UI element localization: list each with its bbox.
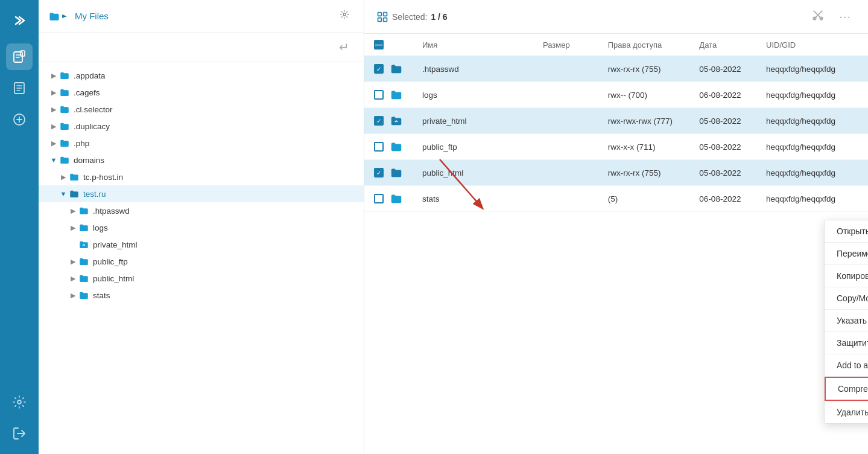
logo-icon[interactable] (6, 7, 33, 34)
tree-item-domains[interactable]: ▼ domains (39, 152, 364, 168)
row-checkbox[interactable] (374, 194, 384, 203)
tree-item-publichtml[interactable]: ▶ public_html (39, 270, 364, 287)
folder-domains-icon (59, 155, 70, 165)
cell-uid: heqqxfdg/heqqxfdg (756, 82, 868, 108)
folder-testru-icon (69, 188, 80, 199)
folder-stats-icon (78, 290, 89, 301)
context-menu-item-delete[interactable]: Удалить (825, 401, 868, 423)
context-menu-item-open[interactable]: Открыть (825, 220, 868, 242)
context-menu-item-rename[interactable]: Переименовать (825, 243, 868, 264)
folder-privatehtml-icon (78, 239, 89, 250)
cell-name: .htpasswd (413, 56, 533, 82)
folder-tcphost-icon (69, 171, 80, 182)
table-row[interactable]: logsrwx-- (700)06-08-2022heqqxfdg/heqqxf… (364, 82, 868, 108)
file-table: — Имя Размер Права доступа Дата UID/GID … (364, 34, 868, 212)
table-row[interactable]: stats(5)06-08-2022heqqxfdg/heqqxfdg (364, 186, 868, 212)
sidebar-logout-icon[interactable] (6, 420, 33, 447)
chevron-tcphost: ▶ (58, 173, 69, 181)
tree-settings-button[interactable] (335, 7, 354, 25)
row-checkbox[interactable]: ✓ (374, 116, 384, 126)
folder-publichtml-icon (78, 273, 89, 284)
table-row[interactable]: ✓private_htmlrwx-rwx-rwx (777)05-08-2022… (364, 108, 868, 134)
table-row[interactable]: ✓.htpasswdrwx-rx-rx (755)05-08-2022heqqx… (364, 56, 868, 82)
my-files-label: My Files (75, 11, 109, 21)
select-all-checkbox[interactable]: — (374, 40, 384, 50)
tree-item-php[interactable]: ▶ .php (39, 135, 364, 152)
cell-name: logs (413, 82, 533, 108)
sidebar-files-icon[interactable] (6, 43, 33, 70)
cell-name: private_html (413, 108, 533, 134)
col-header-permissions: Права доступа (598, 34, 690, 56)
cell-date: 05-08-2022 (689, 134, 756, 160)
col-header-checkbox[interactable]: — (364, 34, 413, 56)
folder-row-icon (390, 166, 403, 179)
cell-size (533, 160, 598, 186)
cell-date: 05-08-2022 (689, 160, 756, 186)
table-row[interactable]: ✓public_htmlrwx-rx-rx (755)05-08-2022heq… (364, 160, 868, 186)
tree-item-testru[interactable]: ▼ test.ru (39, 185, 364, 202)
tree-item-duplicacy[interactable]: ▶ .duplicacy (39, 118, 364, 135)
tree-item-cagefs[interactable]: ▶ .cagefs (39, 84, 364, 101)
cell-date: 05-08-2022 (689, 108, 756, 134)
col-header-size: Размер (533, 34, 598, 56)
context-menu-item-permissions[interactable]: Указать права доступа (825, 310, 868, 331)
grid-select-icon (376, 11, 388, 23)
folder-cagefs-icon (59, 87, 70, 98)
cell-permissions: rwx-rx-rx (755) (598, 160, 690, 186)
folder-row-icon (390, 192, 403, 205)
sidebar-add-icon[interactable] (6, 106, 33, 133)
col-header-name: Имя (413, 34, 533, 56)
tree-label-privatehtml: private_html (93, 240, 138, 249)
tree-label-htpasswd: .htpasswd (93, 206, 130, 216)
scissors-icon-button[interactable] (806, 6, 829, 27)
tree-item-tcphost[interactable]: ▶ tc.p-host.in (39, 168, 364, 185)
main-toolbar: Selected: 1 / 6 ··· (364, 0, 868, 34)
tree-label-publicftp: public_ftp (93, 257, 128, 266)
chevron-stats: ▶ (68, 292, 78, 299)
row-checkbox[interactable] (374, 142, 384, 152)
cell-size (533, 108, 598, 134)
tree-item-htpasswd[interactable]: ▶ .htpasswd (39, 202, 364, 219)
tree-item-stats[interactable]: ▶ stats (39, 287, 364, 304)
folder-clselector-icon (59, 104, 70, 115)
row-checkbox[interactable]: ✓ (374, 64, 384, 74)
row-checkbox[interactable] (374, 90, 384, 100)
context-menu-item-protect[interactable]: Защитить (825, 332, 868, 354)
sidebar-notes-icon[interactable] (6, 75, 33, 101)
svg-rect-8 (384, 12, 387, 16)
context-menu-item-archive[interactable]: Add to archive (825, 354, 868, 376)
folder-appdata-icon (59, 70, 70, 81)
chevron-publichtml: ▶ (68, 275, 78, 283)
tree-item-privatehtml[interactable]: ▶ private_html (39, 236, 364, 253)
more-options-button[interactable]: ··· (834, 7, 856, 26)
context-menu-item-copy[interactable]: Копировать (825, 265, 868, 287)
folder-icon (48, 10, 60, 22)
row-checkbox[interactable]: ✓ (374, 168, 384, 177)
cell-name: public_html (413, 160, 533, 186)
tree-label-clselector: .cl.selector (74, 105, 113, 114)
tree-label-php: .php (74, 139, 89, 148)
selected-badge: Selected: 1 / 6 (376, 11, 448, 23)
tree-label-stats: stats (93, 291, 110, 300)
file-table-container: — Имя Размер Права доступа Дата UID/GID … (364, 34, 868, 454)
cell-permissions: rwx-rwx-rwx (777) (598, 108, 690, 134)
folder-row-icon (390, 62, 403, 75)
tree-label-tcphost: tc.p-host.in (83, 173, 123, 182)
folder-row-icon (390, 114, 403, 127)
cell-uid: heqqxfdg/heqqxfdg (756, 160, 868, 186)
tree-item-appdata[interactable]: ▶ .appdata (39, 67, 364, 84)
svg-rect-7 (378, 12, 382, 16)
context-menu-item-compress[interactable]: Compress and download (825, 377, 868, 401)
sidebar-settings-icon[interactable] (6, 389, 33, 415)
cell-uid: heqqxfdg/heqqxfdg (756, 56, 868, 82)
cell-date: 05-08-2022 (689, 56, 756, 82)
nav-back-button[interactable]: ↵ (334, 37, 354, 57)
col-header-uid: UID/GID (756, 34, 868, 56)
context-menu-item-copy_move[interactable]: Copy/Move to... (825, 287, 868, 309)
table-row[interactable]: public_ftprwx-x-x (711)05-08-2022heqqxfd… (364, 134, 868, 160)
tree-item-publicftp[interactable]: ▶ public_ftp (39, 253, 364, 270)
tree-label-domains: domains (74, 156, 104, 165)
tree-item-logs[interactable]: ▶ logs (39, 219, 364, 236)
folder-publicftp-icon (78, 256, 89, 267)
tree-item-clselector[interactable]: ▶ .cl.selector (39, 101, 364, 118)
